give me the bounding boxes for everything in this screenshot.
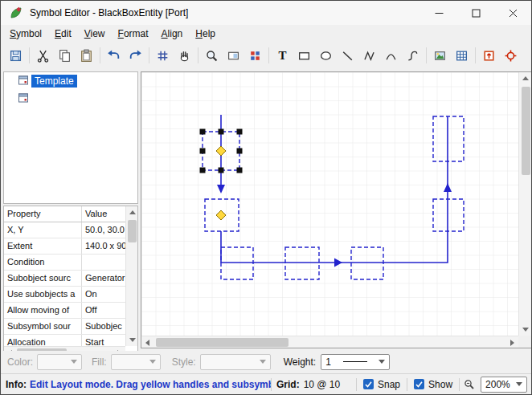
undo-button[interactable] — [103, 45, 125, 66]
color-label: Color: — [7, 356, 33, 368]
style-label: Style: — [172, 356, 196, 368]
property-row[interactable]: Extent 140.0 x 90 — [4, 238, 125, 255]
cut-button[interactable] — [32, 45, 54, 66]
property-value: Start — [82, 335, 125, 346]
pan-button[interactable] — [174, 45, 195, 66]
weight-line-sample — [343, 361, 367, 362]
property-row[interactable]: Allow moving of Off — [4, 303, 125, 319]
weight-combo[interactable]: 1 — [321, 354, 390, 370]
copy-button[interactable] — [54, 45, 76, 66]
snap-checkbox[interactable] — [363, 379, 374, 389]
chevron-down-icon — [379, 360, 385, 364]
select-area-button[interactable] — [223, 45, 244, 66]
toolbar-separator — [29, 47, 30, 63]
scroll-right-button[interactable] — [506, 336, 518, 348]
symbol-icon — [18, 92, 29, 106]
matrix-tool-button[interactable] — [451, 45, 473, 66]
show-section: Show — [407, 379, 459, 390]
snap-section: Snap — [357, 379, 407, 390]
toolbar-separator — [198, 47, 198, 63]
show-checkbox[interactable] — [414, 379, 424, 389]
menu-align[interactable]: Align — [155, 26, 190, 41]
menu-format[interactable]: Format — [112, 26, 155, 41]
hscroll-thumb[interactable] — [156, 338, 289, 347]
weight-label: Weight: — [284, 356, 316, 368]
property-row[interactable]: Allocation Start — [4, 335, 125, 346]
line-tool-button[interactable] — [337, 45, 358, 66]
zoom-button[interactable] — [201, 45, 223, 66]
canvas-hscrollbar[interactable] — [141, 336, 518, 348]
tree-item-label: Template — [31, 75, 77, 88]
symbol-editor-window: Symbol Editor - BlackBoxEntity [Port] Sy… — [0, 0, 532, 395]
property-name: Use subobjects a — [4, 287, 82, 302]
menu-view[interactable]: View — [78, 26, 112, 41]
tree-panel: Template — [3, 71, 138, 204]
window-controls — [420, 1, 531, 25]
chevron-down-icon — [71, 360, 77, 364]
symbol-icon — [18, 75, 29, 88]
spline-tool-button[interactable] — [402, 45, 424, 66]
tree-item-template[interactable]: Template — [4, 72, 137, 90]
port-tool-button[interactable] — [478, 45, 500, 66]
grid-value: 10 @ 10 — [304, 379, 341, 390]
ellipse-tool-button[interactable] — [315, 45, 337, 66]
menu-bar: Symbol Edit View Format Align Help — [1, 25, 531, 43]
menu-symbol[interactable]: Symbol — [3, 26, 48, 41]
zoom-in-button[interactable] — [529, 378, 532, 391]
fill-combo[interactable] — [111, 354, 161, 370]
text-tool-button[interactable]: T — [272, 45, 293, 66]
canvas-vscrollbar[interactable] — [518, 72, 531, 336]
scroll-down-button[interactable] — [126, 334, 138, 346]
image-tool-button[interactable] — [429, 45, 451, 66]
property-name: Subobject sourc — [4, 271, 82, 286]
property-name: Extent — [4, 238, 82, 254]
paste-button[interactable] — [76, 45, 97, 66]
menu-edit[interactable]: Edit — [48, 26, 78, 41]
property-row[interactable]: Subsymbol sour Subobjec — [4, 319, 125, 335]
vscroll-thumb[interactable] — [128, 220, 137, 242]
property-name: Allocation — [4, 335, 82, 346]
property-row[interactable]: Subobject sourc Generator — [4, 271, 125, 287]
chevron-down-icon — [149, 360, 156, 364]
style-combo[interactable] — [200, 354, 271, 370]
close-button[interactable] — [494, 1, 531, 25]
zoom-level-combo[interactable]: 200% — [481, 377, 527, 393]
info-text: Edit Layout mode. Drag yellow handles an… — [30, 379, 271, 390]
property-row[interactable]: X, Y 50.0, 30.0 — [4, 222, 125, 238]
property-value: 140.0 x 90 — [82, 238, 125, 254]
zoom-out-button[interactable] — [460, 378, 479, 391]
scroll-left-button[interactable] — [141, 336, 153, 348]
property-grid: Property Value X, Y 50.0, 30.0 Extent 14… — [3, 206, 138, 359]
arc-tool-button[interactable] — [380, 45, 402, 66]
property-name: Condition — [4, 255, 82, 270]
property-row[interactable]: Use subobjects a On — [4, 287, 125, 303]
selection-handle — [219, 168, 224, 173]
property-name: Subsymbol sour — [4, 319, 82, 334]
selection-handle — [200, 149, 206, 154]
rectangle-tool-button[interactable] — [293, 45, 315, 66]
save-button[interactable] — [5, 45, 27, 66]
titlebar: Symbol Editor - BlackBoxEntity [Port] — [1, 1, 531, 25]
selection-handle — [237, 129, 243, 135]
maximize-button[interactable] — [457, 1, 494, 25]
polyline-tool-button[interactable] — [358, 45, 380, 66]
drawing-surface[interactable] — [141, 72, 519, 336]
weight-value: 1 — [325, 356, 331, 368]
status-info: Info: Edit Layout mode. Drag yellow hand… — [1, 379, 271, 390]
origin-tool-button[interactable] — [500, 45, 522, 66]
grid-button[interactable] — [152, 45, 174, 66]
scroll-up-button[interactable] — [519, 72, 531, 84]
menu-help[interactable]: Help — [189, 26, 222, 41]
property-row[interactable]: Condition — [4, 255, 125, 271]
text-glyph: T — [278, 50, 286, 62]
scroll-up-button[interactable] — [126, 206, 138, 218]
property-vscrollbar[interactable] — [125, 206, 137, 346]
vscroll-thumb[interactable] — [522, 87, 530, 175]
redo-button[interactable] — [125, 45, 146, 66]
color-combo[interactable] — [37, 354, 82, 370]
minimize-button[interactable] — [420, 1, 457, 25]
tree-item-child[interactable] — [4, 90, 137, 108]
fill-label: Fill: — [92, 356, 107, 368]
pattern-button[interactable] — [244, 45, 266, 66]
scroll-down-button[interactable] — [519, 324, 531, 336]
